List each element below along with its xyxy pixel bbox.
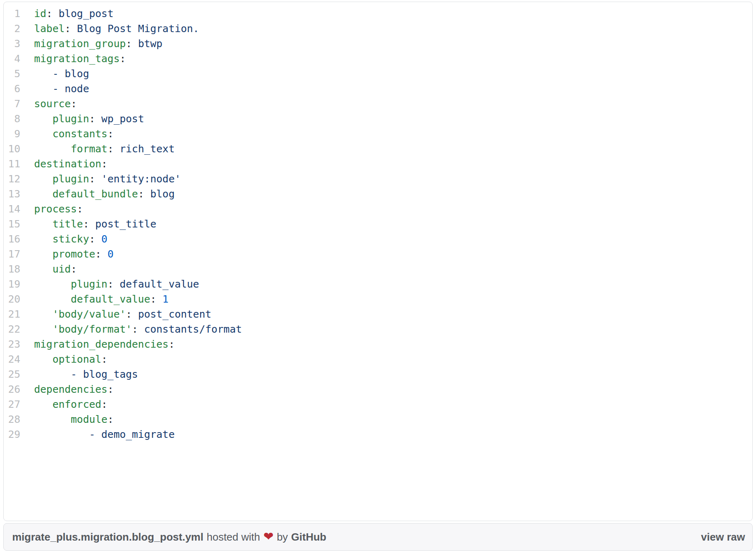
line-number: 24 bbox=[4, 352, 20, 367]
code-line: 13 default_bundle: blog bbox=[4, 186, 752, 201]
line-number: 29 bbox=[4, 427, 20, 442]
code-text: default_bundle: blog bbox=[20, 186, 175, 201]
line-number: 21 bbox=[4, 307, 20, 322]
code-line: 23migration_dependencies: bbox=[4, 337, 752, 352]
code-text: destination: bbox=[20, 156, 108, 171]
footer-caption: migrate_plus.migration.blog_post.yml hos… bbox=[12, 531, 326, 543]
code-text: process: bbox=[20, 201, 83, 216]
code-line: 21 'body/value': post_content bbox=[4, 307, 752, 322]
by-text: by bbox=[277, 531, 288, 543]
code-line: 5 - blog bbox=[4, 66, 752, 81]
line-number: 8 bbox=[4, 111, 20, 126]
code-line: 16 sticky: 0 bbox=[4, 232, 752, 247]
code-line: 20 default_value: 1 bbox=[4, 292, 752, 307]
code-text: plugin: wp_post bbox=[20, 111, 144, 126]
code-line: 14process: bbox=[4, 201, 752, 216]
code-line: 6 - node bbox=[4, 81, 752, 96]
line-number: 13 bbox=[4, 186, 20, 201]
code-text: dependencies: bbox=[20, 382, 114, 397]
code-lines: 1id: blog_post2label: Blog Post Migratio… bbox=[4, 2, 752, 442]
code-text: constants: bbox=[20, 126, 114, 141]
code-text: plugin: default_value bbox=[20, 277, 199, 292]
code-line: 26dependencies: bbox=[4, 382, 752, 397]
line-number: 27 bbox=[4, 397, 20, 412]
line-number: 12 bbox=[4, 171, 20, 186]
code-line: 3migration_group: btwp bbox=[4, 36, 752, 51]
line-number: 23 bbox=[4, 337, 20, 352]
code-line: 4migration_tags: bbox=[4, 51, 752, 66]
github-link[interactable]: GitHub bbox=[291, 531, 326, 543]
line-number: 28 bbox=[4, 412, 20, 427]
line-number: 2 bbox=[4, 21, 20, 36]
code-line: 28 module: bbox=[4, 412, 752, 427]
code-line: 29 - demo_migrate bbox=[4, 427, 752, 442]
code-text: optional: bbox=[20, 352, 108, 367]
code-text: id: blog_post bbox=[20, 6, 114, 21]
line-number: 6 bbox=[4, 81, 20, 96]
code-text: label: Blog Post Migration. bbox=[20, 21, 199, 36]
code-line: 25 - blog_tags bbox=[4, 367, 752, 382]
code-text: uid: bbox=[20, 262, 77, 277]
code-text: module: bbox=[20, 412, 114, 427]
code-text: format: rich_text bbox=[20, 141, 175, 156]
code-line: 11destination: bbox=[4, 156, 752, 171]
code-text: migration_tags: bbox=[20, 51, 126, 66]
code-text: 'body/value': post_content bbox=[20, 307, 212, 322]
code-text: migration_group: btwp bbox=[20, 36, 162, 51]
code-line: 18 uid: bbox=[4, 262, 752, 277]
heart-icon: ❤ bbox=[264, 530, 274, 543]
code-text: sticky: 0 bbox=[20, 232, 108, 247]
line-number: 25 bbox=[4, 367, 20, 382]
line-number: 17 bbox=[4, 247, 20, 262]
code-text: default_value: 1 bbox=[20, 292, 168, 307]
code-text: plugin: 'entity:node' bbox=[20, 171, 181, 186]
code-text: - blog bbox=[20, 66, 89, 81]
line-number: 3 bbox=[4, 36, 20, 51]
code-text: promote: 0 bbox=[20, 247, 114, 262]
code-text: enforced: bbox=[20, 397, 108, 412]
line-number: 20 bbox=[4, 292, 20, 307]
hosted-with-text: hosted with bbox=[207, 531, 260, 543]
code-line: 27 enforced: bbox=[4, 397, 752, 412]
code-line: 2label: Blog Post Migration. bbox=[4, 21, 752, 36]
line-number: 10 bbox=[4, 141, 20, 156]
line-number: 26 bbox=[4, 382, 20, 397]
line-number: 5 bbox=[4, 66, 20, 81]
view-raw-link[interactable]: view raw bbox=[701, 531, 745, 543]
code-text: - demo_migrate bbox=[20, 427, 175, 442]
code-line: 7source: bbox=[4, 96, 752, 111]
code-text: - blog_tags bbox=[20, 367, 138, 382]
line-number: 1 bbox=[4, 6, 20, 21]
code-line: 22 'body/format': constants/format bbox=[4, 322, 752, 337]
code-line: 19 plugin: default_value bbox=[4, 277, 752, 292]
gist-filename-link[interactable]: migrate_plus.migration.blog_post.yml bbox=[12, 531, 203, 543]
code-panel: 1id: blog_post2label: Blog Post Migratio… bbox=[3, 2, 753, 521]
code-line: 8 plugin: wp_post bbox=[4, 111, 752, 126]
line-number: 22 bbox=[4, 322, 20, 337]
code-line: 24 optional: bbox=[4, 352, 752, 367]
line-number: 9 bbox=[4, 126, 20, 141]
code-text: migration_dependencies: bbox=[20, 337, 175, 352]
code-line: 1id: blog_post bbox=[4, 6, 752, 21]
code-line: 17 promote: 0 bbox=[4, 247, 752, 262]
line-number: 18 bbox=[4, 262, 20, 277]
code-text: 'body/format': constants/format bbox=[20, 322, 242, 337]
code-line: 12 plugin: 'entity:node' bbox=[4, 171, 752, 186]
line-number: 16 bbox=[4, 232, 20, 247]
code-line: 10 format: rich_text bbox=[4, 141, 752, 156]
code-text: source: bbox=[20, 96, 77, 111]
code-line: 15 title: post_title bbox=[4, 216, 752, 232]
gist-footer: migrate_plus.migration.blog_post.yml hos… bbox=[3, 523, 753, 551]
line-number: 4 bbox=[4, 51, 20, 66]
line-number: 7 bbox=[4, 96, 20, 111]
line-number: 19 bbox=[4, 277, 20, 292]
line-number: 11 bbox=[4, 156, 20, 171]
line-number: 15 bbox=[4, 216, 20, 232]
code-line: 9 constants: bbox=[4, 126, 752, 141]
line-number: 14 bbox=[4, 201, 20, 216]
gist-embed: 1id: blog_post2label: Blog Post Migratio… bbox=[0, 0, 756, 551]
code-text: title: post_title bbox=[20, 216, 156, 232]
code-text: - node bbox=[20, 81, 89, 96]
